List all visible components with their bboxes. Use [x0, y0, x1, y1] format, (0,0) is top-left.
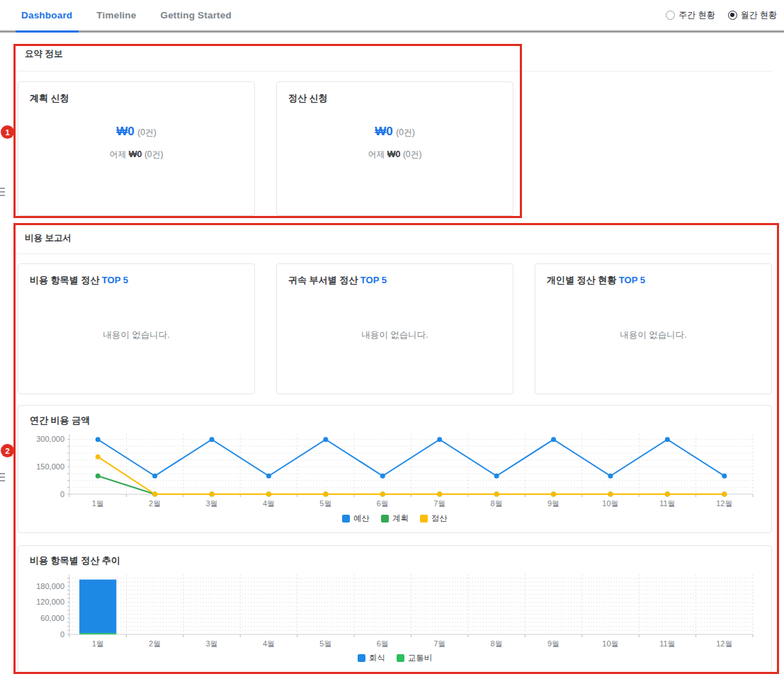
top5-expense-item-card[interactable]: 비용 항목별 정산 TOP 5 내용이 없습니다. [18, 263, 255, 394]
top5-individual-empty: 내용이 없습니다. [535, 329, 771, 341]
svg-text:180,000: 180,000 [36, 582, 64, 590]
svg-text:60,000: 60,000 [40, 614, 64, 622]
svg-text:2월: 2월 [149, 499, 161, 508]
radio-monthly-status[interactable]: 월간 현황 [728, 9, 777, 21]
settlement-amount: ₩0 [375, 125, 393, 138]
radio-unchecked-icon [666, 11, 675, 20]
settlement-request-body: ₩0 (0건) 어제 ₩0 (0건) [277, 125, 513, 161]
plan-count: (0건) [137, 127, 157, 137]
annual-expense-chart-title: 연간 비용 금액 [30, 414, 90, 427]
svg-text:11월: 11월 [659, 499, 675, 508]
summary-divider [14, 71, 772, 72]
plan-amount: ₩0 [116, 125, 135, 138]
svg-text:0: 0 [60, 490, 64, 498]
settlement-trend-chart-title: 비용 항목별 정산 추이 [30, 554, 120, 567]
svg-text:120,000: 120,000 [36, 598, 64, 606]
legend-item-교통비[interactable]: 교통비 [397, 653, 433, 663]
radio-weekly-status[interactable]: 주간 현황 [666, 9, 715, 21]
plan-yesterday-label: 어제 [109, 149, 126, 159]
plan-request-card[interactable]: 계획 신청 ₩0 (0건) 어제 ₩0 (0건) [18, 81, 255, 216]
svg-text:0: 0 [60, 630, 64, 639]
top5-individual-card[interactable]: 개인별 정산 현황 TOP 5 내용이 없습니다. [535, 263, 772, 394]
view-toggle: 주간 현황 월간 현황 [666, 0, 777, 30]
tabbar-underline-track [0, 30, 784, 33]
settlement-trend-card[interactable]: 비용 항목별 정산 추이 060,000120,000180,0001월2월3월… [18, 545, 772, 673]
legend-item-예산[interactable]: 예산 [342, 513, 370, 524]
svg-text:300,000: 300,000 [36, 435, 64, 443]
legend-swatch-icon [420, 515, 428, 522]
svg-text:6월: 6월 [377, 499, 389, 508]
svg-text:1월: 1월 [92, 639, 104, 648]
svg-text:10월: 10월 [602, 499, 618, 508]
top5-department-title: 귀속 부서별 정산 TOP 5 [288, 274, 387, 287]
svg-text:9월: 9월 [547, 499, 559, 508]
svg-text:5월: 5월 [319, 639, 331, 648]
drag-handle-icon[interactable] [0, 473, 5, 484]
legend-item-회식[interactable]: 회식 [358, 653, 385, 663]
legend-label: 계획 [392, 513, 409, 524]
legend-label: 정산 [431, 513, 448, 524]
dashboard-screen: Dashboard Timeline Getting Started 주간 현황… [0, 0, 784, 691]
settlement-trend-legend: 회식교통비 [18, 653, 771, 663]
annual-expense-chart: 0150,000300,0001월2월3월4월5월6월7월8월9월10월11월1… [25, 430, 766, 511]
legend-swatch-icon [342, 515, 350, 522]
top5-department-title-text: 귀속 부서별 정산 [288, 275, 358, 285]
legend-swatch-icon [397, 654, 404, 662]
legend-item-계획[interactable]: 계획 [381, 513, 409, 524]
plan-request-body: ₩0 (0건) 어제 ₩0 (0건) [18, 125, 254, 161]
legend-label: 교통비 [408, 653, 433, 663]
top5-expense-item-highlight: TOP 5 [102, 275, 128, 285]
radio-weekly-label: 주간 현황 [678, 9, 715, 21]
svg-text:8월: 8월 [491, 499, 503, 508]
legend-swatch-icon [381, 515, 389, 522]
active-tab-underline [16, 30, 79, 33]
settlement-count: (0건) [396, 127, 415, 137]
settlement-yesterday-label: 어제 [368, 149, 385, 159]
svg-text:10월: 10월 [602, 639, 618, 648]
annotation-badge-2: 2 [1, 444, 14, 457]
svg-text:3월: 3월 [205, 639, 217, 648]
legend-swatch-icon [358, 654, 365, 662]
svg-text:8월: 8월 [491, 639, 503, 648]
svg-text:150,000: 150,000 [36, 462, 64, 471]
drag-handle-icon[interactable] [0, 188, 5, 198]
svg-text:7월: 7월 [433, 499, 445, 508]
radio-checked-icon [728, 11, 737, 20]
svg-text:11월: 11월 [659, 639, 675, 648]
svg-text:1월: 1월 [92, 499, 104, 508]
tab-timeline[interactable]: Timeline [96, 10, 136, 21]
annual-expense-card[interactable]: 연간 비용 금액 0150,000300,0001월2월3월4월5월6월7월8월… [18, 405, 772, 533]
plan-request-title: 계획 신청 [30, 92, 69, 105]
report-divider [14, 253, 772, 254]
settlement-yesterday-amount: ₩0 [387, 149, 401, 159]
svg-text:5월: 5월 [319, 499, 331, 508]
top5-individual-title: 개인별 정산 현황 TOP 5 [547, 274, 645, 287]
tab-getting-started[interactable]: Getting Started [160, 10, 232, 21]
svg-text:6월: 6월 [377, 639, 389, 648]
top5-department-highlight: TOP 5 [360, 275, 387, 285]
svg-text:9월: 9월 [547, 639, 559, 648]
svg-text:7월: 7월 [433, 639, 445, 648]
svg-text:2월: 2월 [149, 639, 161, 648]
svg-text:12월: 12월 [716, 499, 732, 508]
top5-individual-highlight: TOP 5 [619, 275, 645, 285]
svg-text:4월: 4월 [263, 639, 275, 648]
tab-dashboard[interactable]: Dashboard [21, 10, 72, 21]
plan-yesterday-amount: ₩0 [129, 149, 142, 159]
top5-expense-item-title-text: 비용 항목별 정산 [30, 275, 99, 285]
summary-section-title: 요약 정보 [25, 48, 62, 60]
legend-label: 회식 [369, 653, 385, 663]
top5-expense-item-empty: 내용이 없습니다. [18, 329, 254, 341]
top5-department-empty: 내용이 없습니다. [277, 329, 513, 341]
settlement-request-title: 정산 신청 [288, 92, 328, 105]
annotation-badge-1: 1 [1, 125, 14, 139]
top5-department-card[interactable]: 귀속 부서별 정산 TOP 5 내용이 없습니다. [276, 263, 513, 394]
legend-item-정산[interactable]: 정산 [420, 513, 448, 524]
annual-expense-legend: 예산계획정산 [18, 513, 771, 524]
svg-text:3월: 3월 [205, 499, 217, 508]
radio-monthly-label: 월간 현황 [741, 9, 777, 21]
svg-text:12월: 12월 [716, 639, 732, 648]
settlement-request-card[interactable]: 정산 신청 ₩0 (0건) 어제 ₩0 (0건) [276, 81, 513, 216]
legend-label: 예산 [353, 513, 370, 524]
tab-bar: Dashboard Timeline Getting Started 주간 현황… [0, 0, 784, 33]
